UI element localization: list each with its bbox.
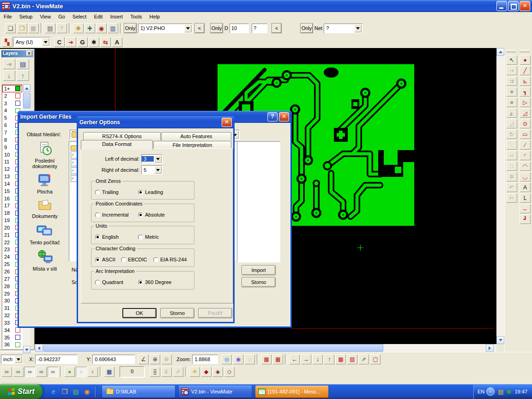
draw-arc-tool[interactable]: ◜: [520, 151, 531, 160]
gerber-file-icon[interactable]: [71, 151, 77, 158]
taskbar-task-messenger[interactable]: [191-482-091] - Mess...: [255, 386, 328, 398]
draw-line-tool[interactable]: ╱: [520, 66, 531, 75]
pan-left-button[interactable]: ←: [289, 354, 300, 364]
zoom-in-button[interactable]: ◎: [221, 354, 232, 364]
radio-quadrant[interactable]: [95, 280, 100, 285]
x-coordinate-field[interactable]: -0.942237: [35, 355, 78, 364]
draw-corner2-tool[interactable]: ┛: [520, 214, 531, 224]
swap-mode-button[interactable]: ⇆: [100, 37, 111, 47]
layer-color-swatch[interactable]: [15, 342, 20, 347]
only-net-button[interactable]: Only: [300, 23, 313, 33]
zoom-window-button[interactable]: ◌: [244, 354, 255, 364]
gerber-file-icon[interactable]: [71, 167, 77, 174]
view-traces-button[interactable]: ∞: [36, 367, 47, 377]
text-mode-button[interactable]: A: [112, 37, 122, 47]
gerber-mode-button[interactable]: G: [77, 37, 88, 47]
place-network[interactable]: Místa v síti: [23, 249, 67, 272]
notes-tray-icon[interactable]: ▤: [498, 388, 503, 395]
radio-eia-rs244[interactable]: [153, 257, 158, 262]
pan-up-button[interactable]: ↑: [324, 354, 334, 364]
draw-angle-arc-tool[interactable]: ▷: [520, 97, 531, 107]
scroll-up-button[interactable]: [496, 48, 504, 56]
folder-quicklaunch-icon[interactable]: ❒: [60, 387, 70, 397]
draw-circle-tool[interactable]: ⊙: [520, 119, 531, 128]
menu-insert[interactable]: Insert: [106, 13, 127, 20]
draw-curve-down-tool[interactable]: ◡: [520, 172, 531, 181]
flash-area-button[interactable]: ◇: [224, 367, 235, 377]
snap-grid-button[interactable]: ⣿: [150, 367, 160, 377]
radio-ebcdic[interactable]: [121, 257, 126, 262]
menu-help[interactable]: Help: [146, 13, 164, 20]
units-select[interactable]: inch: [1, 355, 23, 364]
tab-data-format[interactable]: Data Format: [81, 140, 153, 150]
units-arrow-icon[interactable]: [15, 356, 22, 363]
layer-on-bulb-button[interactable]: ●: [64, 367, 75, 377]
left-of-decimal-arrow-icon[interactable]: [154, 155, 162, 163]
radio-metric[interactable]: [138, 235, 143, 240]
import-dialog-help-button[interactable]: ?: [267, 112, 278, 121]
tile-windows-button[interactable]: ▦: [104, 367, 115, 377]
layer-color-swatch[interactable]: [15, 93, 20, 98]
ok-button[interactable]: OK: [122, 308, 157, 318]
layer-down-button[interactable]: ↓: [3, 70, 15, 81]
pad-mode-button[interactable]: ✱: [89, 37, 99, 47]
y-coordinate-field[interactable]: 0.690643: [92, 355, 135, 364]
zoom-field[interactable]: 1.8868: [192, 355, 218, 364]
layer-row-2[interactable]: 2: [2, 92, 22, 100]
close-button[interactable]: ✕: [520, 1, 530, 11]
restore-button[interactable]: [508, 1, 519, 11]
selected-files-list[interactable]: [237, 141, 280, 262]
select-area-button[interactable]: ▢: [370, 354, 381, 364]
palette-grip[interactable]: [506, 50, 516, 52]
menu-view[interactable]: View: [36, 13, 54, 20]
view-lines-button[interactable]: ∞: [13, 367, 24, 377]
dcode-query-input[interactable]: ?: [252, 24, 267, 33]
menu-edit[interactable]: Edit: [90, 13, 106, 20]
tab-auto-features[interactable]: Auto Features: [161, 132, 231, 140]
place-documents[interactable]: Dokumenty: [23, 199, 67, 219]
import-dialog-close-icon[interactable]: ✕: [279, 112, 289, 121]
layer-row-1+[interactable]: 1+: [2, 85, 22, 92]
draw-corner-path-tool[interactable]: ┓: [520, 87, 531, 97]
layer-up-button[interactable]: ↑: [17, 70, 29, 81]
prev-dcode-button[interactable]: <: [272, 23, 282, 33]
origin-crosshair-button[interactable]: ⊕: [150, 354, 160, 364]
grid-offset-button[interactable]: ▧: [347, 354, 357, 364]
only-layer-button[interactable]: Only: [124, 23, 137, 33]
left-of-decimal-select[interactable]: 3: [141, 154, 163, 163]
scroll-left-button[interactable]: [35, 344, 43, 352]
draw-label-tool[interactable]: L: [520, 193, 531, 203]
import-cancel-button[interactable]: Storno: [242, 277, 276, 287]
gerber-file-icon[interactable]: [71, 175, 77, 182]
selection-filter-icon-button[interactable]: ▚: [2, 37, 12, 47]
layer-select[interactable]: 1) V2.PHO: [138, 24, 193, 33]
menu-file[interactable]: File: [0, 13, 16, 20]
selection-filter-select[interactable]: Any (U): [13, 37, 50, 47]
menu-select[interactable]: Select: [69, 13, 91, 20]
import-button[interactable]: Import: [242, 265, 276, 275]
select-arrow-tool[interactable]: ↖: [506, 55, 517, 65]
print-button[interactable]: ▤: [45, 23, 55, 33]
vertical-scrollbar[interactable]: [496, 48, 504, 344]
view-pads-button[interactable]: ∞: [24, 367, 35, 377]
layers-table-button[interactable]: ▤: [17, 59, 29, 69]
draw-text-tool[interactable]: A: [520, 182, 531, 192]
highlight-flash-button[interactable]: ✺: [73, 23, 84, 33]
layer-row-35[interactable]: 35: [2, 334, 22, 341]
draw-rectangle-tool[interactable]: ▭: [520, 129, 531, 139]
flash-origin-button[interactable]: ✳: [189, 367, 200, 377]
draw-flash-pad-tool[interactable]: ●: [520, 55, 531, 65]
tab-rs274x-options[interactable]: RS274-X Options: [83, 132, 161, 140]
radio-leading[interactable]: [138, 190, 143, 195]
prev-layer-button[interactable]: <: [194, 23, 205, 33]
angle-measure-button[interactable]: ∠: [138, 354, 149, 364]
messenger-tray-icon[interactable]: ✽: [507, 388, 512, 395]
palette-grip[interactable]: [520, 50, 530, 52]
dictionary-quicklaunch-icon[interactable]: ▤: [71, 387, 81, 397]
goto-mode-button[interactable]: ➜: [66, 37, 76, 47]
draw-oblique-line-tool[interactable]: ∕: [520, 140, 531, 150]
dcode-input[interactable]: 10: [230, 24, 249, 33]
place-desktop[interactable]: Plocha: [23, 173, 67, 194]
radio-trailing[interactable]: [95, 190, 100, 195]
folder-item-icon[interactable]: [71, 145, 77, 151]
